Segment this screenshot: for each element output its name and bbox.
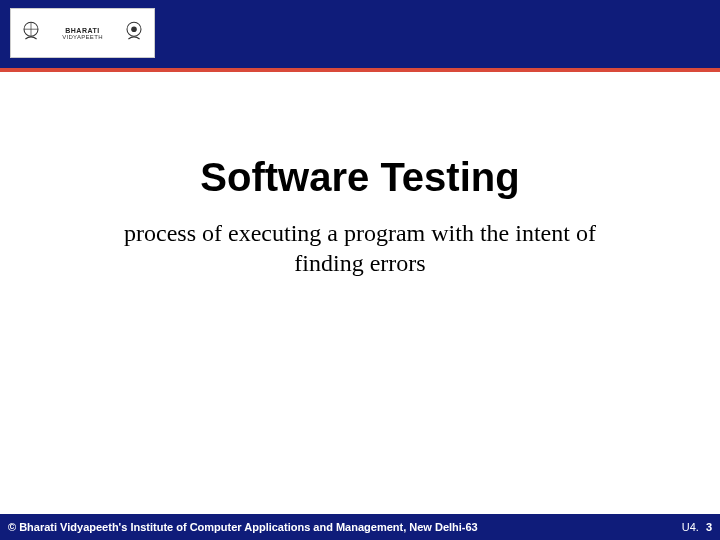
header-divider	[0, 68, 720, 72]
footer-copyright: © Bharati Vidyapeeth's Institute of Comp…	[8, 521, 478, 533]
institute-logo: BHARATI VIDYAPEETH	[10, 8, 155, 58]
slide-title: Software Testing	[60, 155, 660, 200]
logo-text: BHARATI VIDYAPEETH	[47, 27, 118, 40]
footer-page-number: 3	[706, 521, 712, 533]
emblem-right-icon	[118, 12, 150, 54]
logo-text-top: BHARATI	[47, 27, 118, 34]
footer-bar: © Bharati Vidyapeeth's Institute of Comp…	[0, 514, 720, 540]
header-band: BHARATI VIDYAPEETH	[0, 0, 720, 68]
footer-unit-label: U4.	[682, 521, 699, 533]
slide-content: Software Testing process of executing a …	[0, 155, 720, 278]
footer-page-info: U4. 3	[682, 521, 712, 533]
svg-point-4	[131, 26, 137, 32]
emblem-left-icon	[15, 12, 47, 54]
slide-subtitle: process of executing a program with the …	[60, 218, 660, 278]
logo-text-bottom: VIDYAPEETH	[47, 34, 118, 40]
